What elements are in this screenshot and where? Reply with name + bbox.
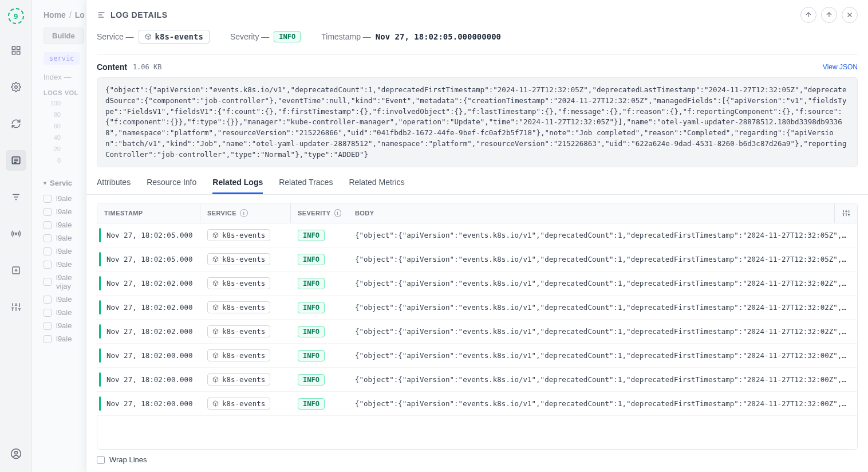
- nav-logs-icon[interactable]: [6, 150, 26, 171]
- tab-related-traces[interactable]: Related Traces: [279, 178, 333, 194]
- table-settings-button[interactable]: [834, 203, 857, 223]
- cell-body: {"object":{"apiVersion":"events.k8s.io/v…: [348, 297, 857, 317]
- cell-timestamp: Nov 27, 18:02:00.000: [97, 369, 200, 390]
- svg-point-26: [14, 451, 17, 454]
- service-tag[interactable]: k8s-events: [207, 229, 270, 241]
- app-logo[interactable]: 9: [8, 8, 24, 24]
- cell-body: {"object":{"apiVersion":"events.k8s.io/v…: [348, 321, 857, 341]
- svg-point-4: [14, 86, 17, 89]
- cell-service: k8s-events: [200, 223, 291, 247]
- log-details-icon: [97, 10, 106, 19]
- timestamp-value: Nov 27, 18:02:05.000000000: [376, 32, 501, 41]
- cell-body: {"object":{"apiVersion":"events.k8s.io/v…: [348, 369, 857, 390]
- service-tag[interactable]: k8s-events: [207, 349, 270, 361]
- cube-icon: [212, 256, 219, 262]
- cell-severity: INFO: [291, 248, 348, 271]
- cell-timestamp: Nov 27, 18:02:05.000: [97, 249, 200, 269]
- cell-severity: INFO: [291, 320, 348, 343]
- cube-icon: [145, 33, 152, 40]
- cube-icon: [212, 328, 219, 335]
- cell-severity: INFO: [291, 368, 348, 391]
- cell-body: {"object":{"apiVersion":"events.k8s.io/v…: [348, 249, 857, 269]
- cell-timestamp: Nov 27, 18:02:02.000: [97, 321, 200, 341]
- tab-related-logs[interactable]: Related Logs: [212, 178, 263, 194]
- table-row[interactable]: Nov 27, 18:02:02.000 k8s-events INFO {"o…: [97, 320, 857, 344]
- cell-timestamp: Nov 27, 18:02:00.000: [97, 345, 200, 365]
- service-tag[interactable]: k8s-events: [207, 277, 270, 289]
- severity-label: Severity —: [230, 32, 269, 41]
- info-icon: i: [240, 209, 248, 217]
- close-button[interactable]: [842, 7, 858, 23]
- nav-radio-icon[interactable]: [6, 223, 26, 244]
- cell-body: {"object":{"apiVersion":"events.k8s.io/v…: [348, 394, 857, 414]
- cell-timestamp: Nov 27, 18:02:02.000: [97, 297, 200, 317]
- cell-body: {"object":{"apiVersion":"events.k8s.io/v…: [348, 345, 857, 365]
- service-tag[interactable]: k8s-events: [207, 398, 270, 410]
- service-label: Service —: [97, 32, 134, 41]
- cell-severity: INFO: [291, 272, 348, 295]
- table-row[interactable]: Nov 27, 18:02:00.000 k8s-events INFO {"o…: [97, 392, 857, 416]
- nav-dashboard-icon[interactable]: [6, 40, 26, 61]
- table-row[interactable]: Nov 27, 18:02:02.000 k8s-events INFO {"o…: [97, 272, 857, 296]
- cell-timestamp: Nov 27, 18:02:00.000: [97, 394, 200, 414]
- cell-body: {"object":{"apiVersion":"events.k8s.io/v…: [348, 273, 857, 293]
- cube-icon: [212, 400, 219, 407]
- table-row[interactable]: Nov 27, 18:02:05.000 k8s-events INFO {"o…: [97, 223, 857, 247]
- cube-icon: [212, 352, 219, 359]
- svg-rect-3: [17, 52, 19, 54]
- cell-body: {"object":{"apiVersion":"events.k8s.io/v…: [348, 225, 857, 245]
- cube-icon: [212, 232, 219, 238]
- cell-severity: INFO: [291, 392, 348, 415]
- svg-rect-0: [12, 46, 15, 49]
- svg-rect-1: [17, 46, 19, 49]
- nav-settings-icon[interactable]: [6, 77, 26, 97]
- svg-rect-2: [12, 52, 15, 54]
- cell-severity: INFO: [291, 296, 348, 319]
- cell-timestamp: Nov 27, 18:02:05.000: [97, 225, 200, 245]
- cell-service: k8s-events: [200, 247, 291, 271]
- prev-log-button[interactable]: [800, 7, 816, 23]
- table-row[interactable]: Nov 27, 18:02:00.000 k8s-events INFO {"o…: [97, 368, 857, 392]
- nav-sliders-icon[interactable]: [6, 297, 26, 317]
- table-row[interactable]: Nov 27, 18:02:05.000 k8s-events INFO {"o…: [97, 247, 857, 272]
- info-icon: i: [334, 209, 341, 217]
- cell-service: k8s-events: [200, 296, 291, 319]
- cell-severity: INFO: [291, 344, 348, 367]
- cell-service: k8s-events: [200, 344, 291, 367]
- wrap-lines-checkbox[interactable]: [97, 456, 105, 464]
- cube-icon: [212, 280, 219, 286]
- cell-timestamp: Nov 27, 18:02:02.000: [97, 273, 200, 293]
- severity-badge: INFO: [274, 31, 301, 42]
- service-tag[interactable]: k8s-events: [207, 301, 270, 313]
- service-tag[interactable]: k8s-events: [207, 253, 270, 265]
- table-row[interactable]: Nov 27, 18:02:00.000 k8s-events INFO {"o…: [97, 344, 857, 368]
- column-header-service[interactable]: SERVICEi: [200, 203, 291, 223]
- cell-service: k8s-events: [200, 272, 291, 295]
- table-row[interactable]: Nov 27, 18:02:02.000 k8s-events INFO {"o…: [97, 296, 857, 320]
- cell-service: k8s-events: [200, 368, 291, 391]
- column-header-body[interactable]: BODY: [348, 204, 834, 222]
- content-size: 1.06 KB: [133, 63, 162, 71]
- cube-icon: [212, 304, 219, 310]
- nav-archive-icon[interactable]: [6, 260, 26, 281]
- drawer-title: LOG DETAILS: [97, 10, 168, 19]
- content-body[interactable]: {"object":{"apiVersion":"events.k8s.io/v…: [97, 77, 858, 167]
- tab-resource-info[interactable]: Resource Info: [147, 178, 196, 194]
- service-tag[interactable]: k8s-events: [207, 373, 270, 386]
- next-log-button[interactable]: [821, 7, 837, 23]
- sliders-icon: [842, 209, 850, 217]
- nav-refresh-icon[interactable]: [6, 113, 26, 134]
- column-header-severity[interactable]: SEVERITYi: [291, 203, 348, 223]
- cell-severity: INFO: [291, 224, 348, 247]
- nav-user-icon[interactable]: [6, 443, 26, 464]
- tab-attributes[interactable]: Attributes: [97, 178, 131, 194]
- timestamp-label: Timestamp —: [321, 32, 371, 41]
- service-tag[interactable]: k8s-events: [207, 325, 270, 337]
- cell-service: k8s-events: [200, 392, 291, 415]
- cube-icon: [212, 376, 219, 383]
- view-json-link[interactable]: View JSON: [823, 63, 858, 71]
- tab-related-metrics[interactable]: Related Metrics: [349, 178, 404, 194]
- column-header-timestamp[interactable]: TIMESTAMP: [97, 204, 200, 222]
- service-badge[interactable]: k8s-events: [139, 30, 210, 44]
- nav-filter-icon[interactable]: [6, 187, 26, 207]
